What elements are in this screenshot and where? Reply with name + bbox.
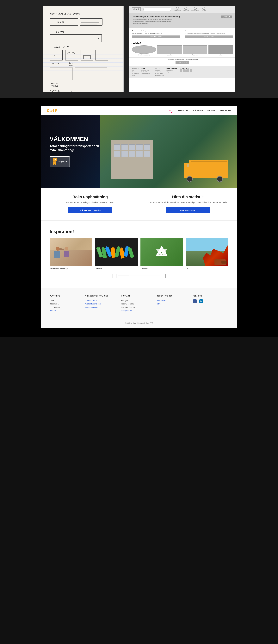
wf-card1-title: Boka upphmätning! xyxy=(132,30,180,32)
din-statistik-button[interactable]: DIN STATISTIK xyxy=(166,207,210,214)
recycling-image[interactable] xyxy=(140,238,183,266)
hero-content: VÄLKOMMEN Totallösningar för transporter… xyxy=(41,136,114,167)
nav-om-oss[interactable]: OM OSS xyxy=(208,110,215,112)
site-hero: VÄLKOMMEN Totallösningar för transporter… xyxy=(41,115,237,188)
window xyxy=(129,151,135,157)
site-two-col-section: Boka upphmätning Boka tid för upphämtnin… xyxy=(41,188,237,221)
footer-villkor: VILLKOR OCH POLICIES Allmänna villkor Va… xyxy=(86,295,121,312)
wf-insp-sustainability: Vår hållbarhetsstrategi xyxy=(132,46,156,56)
insp-item-recycling: Återvinning xyxy=(140,238,183,270)
wf-footer-platsinfo: PLATSINFO Carl F Blådgatan 1 211 24 Malm… xyxy=(132,68,139,76)
svg-text:AVFALL: AVFALL xyxy=(51,85,58,87)
wf-search-bar xyxy=(144,8,171,11)
hero-background-scene xyxy=(100,115,237,188)
insp-label-recycling: Återvinning xyxy=(140,268,183,270)
hero-subtitle-text: Totallösningar för transporter och avfal… xyxy=(50,144,106,152)
window xyxy=(114,144,120,150)
nav-mina-sidor[interactable]: MINA SIDOR xyxy=(220,110,231,112)
statistik-title: Hitta din statistik xyxy=(148,195,228,199)
website-section: Carl F KONTAKTA TJÄNSTER OM OSS MINA SID… xyxy=(0,98,278,337)
insp-item-batteries: Batterier xyxy=(95,238,138,270)
wf-card2-text: Här kan du snabbt välja vad du vill slän… xyxy=(184,32,233,34)
wf-hero-title: Totallösningar för transporter och avfal… xyxy=(133,16,180,18)
facebook-icon[interactable]: f xyxy=(193,299,197,303)
wf-footer-kontakt: KONTAKT Kundtjänst order@carlf.se Tel: 0… xyxy=(154,68,164,76)
footer-hitta-hit-link[interactable]: Hitta hit! xyxy=(50,309,81,312)
wf-hero: Totallösningar för transporter och avfal… xyxy=(130,13,235,28)
batteries-image[interactable] xyxy=(95,238,138,266)
wf-nav-tjanster: TJÄNSTER xyxy=(183,7,189,11)
footer-jobba-title: JOBBA HOS OSS xyxy=(157,295,188,297)
hand-sketch: FÖR AVFALLSHANTERING LOG IN TIPS ▼ xyxy=(43,6,124,92)
wf-footer: PLATSINFO Carl F Blådgatan 1 211 24 Malm… xyxy=(130,66,235,78)
hero-cta-label: Fråga Carl xyxy=(58,160,67,163)
wf-hero-text: I vårt kundregister finns allt från stor… xyxy=(133,18,175,25)
wf-insp-grid: Vår hållbarhetsstrategi Batterier Återvi… xyxy=(132,46,233,56)
wf-insp-miljo: Miljö xyxy=(208,46,233,56)
wf-navbar: Carl F MINA SIDOR TJÄNSTER KONTAKTA OSS xyxy=(130,6,235,13)
website-container: Carl F KONTAKTA TJÄNSTER OM OSS MINA SID… xyxy=(41,106,237,328)
footer-integritet-link[interactable]: Integritetspolicys xyxy=(86,306,117,309)
nav-kontakta[interactable]: KONTAKTA xyxy=(178,110,188,112)
fraga-carl-button[interactable]: Fråga Carl xyxy=(50,156,70,167)
footer-grid: PLATSINFO Carl F Blådgatan 1 211 24 Malm… xyxy=(50,295,228,318)
wf-card1-text: Boka tid för upphämtning av ditt skräp ä… xyxy=(132,32,180,34)
svg-text:!: ! xyxy=(71,90,72,92)
inspiration-scrollbar: ‹ › xyxy=(50,273,228,279)
svg-rect-14 xyxy=(65,50,78,60)
wf-slang-button[interactable]: SLÄNG MITT SKRÄP xyxy=(132,36,180,38)
wf-logga-ut-button[interactable]: LOGGA UT xyxy=(221,16,232,18)
svg-line-28 xyxy=(172,111,172,112)
svg-text:FÖRLIGT: FÖRLIGT xyxy=(51,82,59,85)
svg-text:FÖR AVFALLSHANTERING: FÖR AVFALLSHANTERING xyxy=(50,12,80,16)
robot-body xyxy=(53,162,56,164)
wf-footer-jobba: JOBBA HOS OSS Jobbansökan Intyg xyxy=(166,68,177,76)
svg-rect-21 xyxy=(50,67,72,80)
wf-social-yt xyxy=(183,70,186,72)
slang-mitt-skrap-button[interactable]: SLÄNG MITT SKRÄP xyxy=(68,207,112,214)
battery-5 xyxy=(114,247,121,258)
wf-card-boka: Boka upphmätning! Boka tid för upphämtni… xyxy=(130,28,182,40)
footer-copyright: © 2020 All rights Reserved - Carl F AB xyxy=(50,321,228,324)
site-col-statistik: Hitta din statistik Carl F har samlat al… xyxy=(139,188,237,220)
scroll-right-arrow[interactable]: › xyxy=(162,274,166,278)
svg-rect-9 xyxy=(50,34,102,42)
window xyxy=(129,144,135,150)
footer-intyg-link[interactable]: Intyg xyxy=(157,302,188,306)
footer-email-link[interactable]: order@carlf.se xyxy=(121,309,153,312)
site-inspiration-section: Inspiration! xyxy=(41,221,237,288)
footer-jobbansolan-link[interactable]: Jobbansökan xyxy=(157,299,188,302)
linkedin-icon[interactable]: in xyxy=(199,299,203,303)
robot-leg-right xyxy=(55,164,56,165)
wireframe-mockup: Carl F MINA SIDOR TJÄNSTER KONTAKTA OSS xyxy=(129,6,236,92)
svg-rect-17 xyxy=(95,50,108,60)
footer-kontakt: KONTAKT Kundtjänst Tel: 040-18 03 00 Fax… xyxy=(121,295,157,312)
footer-kontakt-title: KONTAKT xyxy=(121,295,153,297)
sustainability-image[interactable] xyxy=(50,238,92,266)
insp-label-sustainability: Vår hållbarhetsstrategi xyxy=(50,268,92,270)
wf-carl-robot-button[interactable]: CARL ROBOT xyxy=(176,61,189,64)
nav-tjanster[interactable]: TJÄNSTER xyxy=(193,110,203,112)
insp-item-sustainability: Vår hållbarhetsstrategi xyxy=(50,238,92,270)
window xyxy=(136,151,143,157)
statistik-text: Carl F har samlat all din statistik, så … xyxy=(148,201,228,204)
wf-logo: Carl F xyxy=(132,8,141,11)
search-icon[interactable] xyxy=(170,109,174,112)
sketches-section: FÖR AVFALLSHANTERING LOG IN TIPS ▼ xyxy=(0,0,278,98)
insp-label-environment: Miljö xyxy=(186,268,228,270)
scroll-thumb xyxy=(118,276,129,276)
environment-image[interactable] xyxy=(186,238,228,266)
svg-text:TRÄD 2: TRÄD 2 xyxy=(66,62,73,64)
footer-vanliga-fragor-link[interactable]: Vanliga frågor & svar xyxy=(86,302,117,306)
svg-rect-16 xyxy=(84,56,90,59)
site-footer: PLATSINFO Carl F Blådgatan 1 211 24 Malm… xyxy=(41,288,237,328)
scroll-left-arrow[interactable]: ‹ xyxy=(112,274,116,278)
footer-allman-villkor-link[interactable]: Allmänna villkor xyxy=(86,299,117,302)
svg-text:▼: ▼ xyxy=(98,37,100,40)
wf-jag-vill-button[interactable]: JAG VILL SLÄNGA xyxy=(184,36,233,38)
footer-platsinfo-address1: Blådgatan 1 xyxy=(50,302,81,306)
footer-platsinfo: PLATSINFO Carl F Blådgatan 1 211 24 Malm… xyxy=(50,295,86,312)
robot-icon xyxy=(53,158,57,165)
svg-text:LOG IN: LOG IN xyxy=(57,21,64,24)
battery-8 xyxy=(128,248,134,258)
